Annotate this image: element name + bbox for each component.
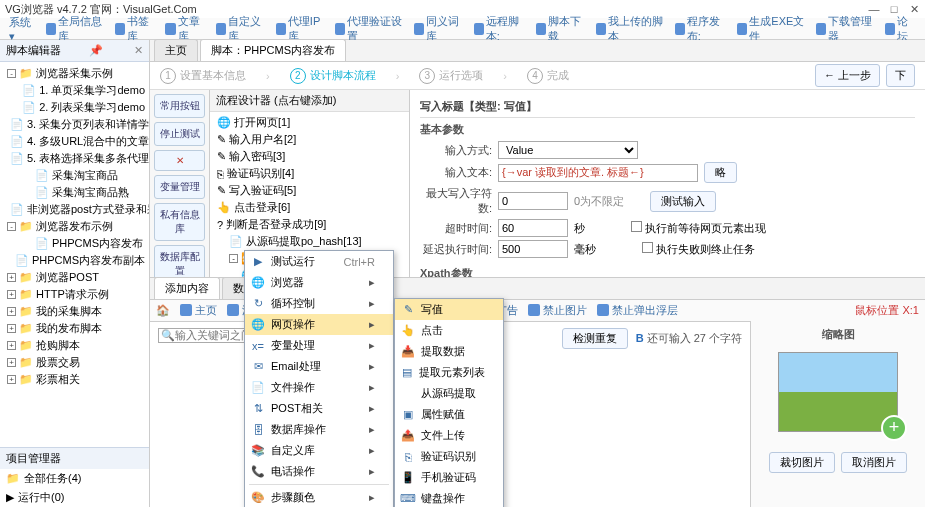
tree-node[interactable]: +📁我的发布脚本 [0,320,149,337]
panel-close-icon[interactable]: ✕ [134,44,143,57]
menu-item-icon: ▣ [401,408,415,422]
tree-node[interactable]: +📁我的采集脚本 [0,303,149,320]
tab-add-content[interactable]: 添加内容 [154,277,220,299]
cancel-image-button[interactable]: 取消图片 [841,452,907,473]
home-icon[interactable]: 🏠 [156,304,170,317]
menu-item[interactable]: 👆点击 [395,320,503,341]
pin-icon[interactable]: 📌 [89,44,103,57]
tree-toggle[interactable]: - [7,222,16,231]
tree-node[interactable]: +📁HTTP请求示例 [0,286,149,303]
tree-node[interactable]: 📄5. 表格选择采集多条代理IP [0,150,149,167]
menu-item[interactable]: 📚自定义库▸ [245,440,393,461]
tree-node[interactable]: 📄采集淘宝商品 [0,167,149,184]
maxlen-field[interactable] [498,192,568,210]
toolbar-item[interactable]: 禁止弹出浮层 [597,303,678,318]
designer-step[interactable]: ✎输入密码[3] [210,148,409,165]
crop-button[interactable]: 裁切图片 [769,452,835,473]
timeout-field[interactable] [498,219,568,237]
tree-label: 非浏览器post方式登录和采集 [27,202,149,217]
designer-step[interactable]: ✎写入验证码[5] [210,182,409,199]
tree-node[interactable]: 📄3. 采集分页列表和详情学习d [0,116,149,133]
add-thumbnail-icon[interactable]: + [881,415,907,441]
designer-step[interactable]: 👆点击登录[6] [210,199,409,216]
pm-item[interactable]: 📁全部任务(4) [0,469,149,488]
side-button[interactable]: ✕ [154,150,205,171]
menu-item[interactable]: ▤提取元素列表 [395,362,503,383]
tab-home[interactable]: 主页 [154,39,198,61]
tree-node[interactable]: 📄采集淘宝商品熟 [0,184,149,201]
menu-item[interactable]: 🌐浏览器▸ [245,272,393,293]
tab-script[interactable]: 脚本：PHPCMS内容发布 [200,39,346,61]
tree-node[interactable]: 📄1. 单页采集学习demo [0,82,149,99]
menu-item[interactable]: ▣属性赋值 [395,404,503,425]
step-1[interactable]: 1设置基本信息 [160,68,246,84]
stop-on-fail-checkbox[interactable] [642,242,653,253]
side-button[interactable]: 停止测试 [154,122,205,146]
test-input-button[interactable]: 测试输入 [650,191,716,212]
input-text-field[interactable] [498,164,698,182]
menu-item[interactable]: ✉Email处理▸ [245,356,393,377]
menu-item[interactable]: 📱手机验证码 [395,467,503,488]
tree-toggle[interactable]: + [7,324,16,333]
tree-toggle[interactable]: + [7,290,16,299]
delay-field[interactable] [498,240,568,258]
tree-node[interactable]: 📄4. 多级URL混合中的文章 [0,133,149,150]
menu-item[interactable]: 📞电话操作▸ [245,461,393,482]
tree-node[interactable]: +📁股票交易 [0,354,149,371]
next-step-button[interactable]: 下 [886,64,915,87]
menu-item[interactable]: x=变量处理▸ [245,335,393,356]
side-button[interactable]: 私有信息库 [154,203,205,241]
menu-item[interactable]: 📥提取数据 [395,341,503,362]
designer-step[interactable]: ✎输入用户名[2] [210,131,409,148]
tree-node[interactable]: +📁浏览器POST [0,269,149,286]
menu-item[interactable]: ✎写值 [395,299,503,320]
tree-node[interactable]: 📄PHPCMS内容发布 [0,235,149,252]
tree-icon: 📁 [19,339,33,352]
step-3[interactable]: 3运行选项 [419,68,483,84]
menu-item[interactable]: 📤文件上传 [395,425,503,446]
toolbar-item[interactable]: 主页 [180,303,217,318]
tree-toggle[interactable]: + [7,307,16,316]
toolbar-item[interactable]: 禁止图片 [528,303,587,318]
designer-step[interactable]: ?判断是否登录成功[9] [210,216,409,233]
tree-toggle[interactable]: + [7,273,16,282]
wait-element-checkbox[interactable] [631,221,642,232]
tree-node[interactable]: -📁浏览器发布示例 [0,218,149,235]
menu-item[interactable]: ⌨键盘操作 [395,488,503,507]
tree-toggle[interactable]: + [7,375,16,384]
menu-item[interactable]: ↻循环控制▸ [245,293,393,314]
prev-step-button[interactable]: ← 上一步 [815,64,880,87]
tree-node[interactable]: 📄PHPCMS内容发布副本 [0,252,149,269]
tree-node[interactable]: +📁彩票相关 [0,371,149,388]
menu-item[interactable]: 📄文件操作▸ [245,377,393,398]
context-submenu-webops[interactable]: ✎写值👆点击📥提取数据▤提取元素列表从源码提取▣属性赋值📤文件上传⎘验证码识别📱… [394,298,504,507]
designer-step[interactable]: ⎘验证码识别[4] [210,165,409,182]
tree-node[interactable]: 📄2. 列表采集学习demo [0,99,149,116]
side-button[interactable]: 变量管理 [154,175,205,199]
tree-node[interactable]: -📁浏览器采集示例 [0,65,149,82]
designer-step[interactable]: 📄从源码提取po_hash[13] [210,233,409,250]
thumbnail-image[interactable]: + [778,352,898,432]
input-text-more-button[interactable]: 略 [704,162,737,183]
tree-toggle[interactable]: - [7,69,16,78]
menu-item[interactable]: ▶测试运行Ctrl+R [245,251,393,272]
detect-duplicate-button[interactable]: 检测重复 [562,328,628,349]
pm-item[interactable]: ▶运行中(0) [0,488,149,507]
step-2[interactable]: 2设计脚本流程 [290,68,376,84]
tree-toggle[interactable]: + [7,358,16,367]
designer-step[interactable]: 🌐打开网页[1] [210,114,409,131]
input-mode-select[interactable]: Value [498,141,638,159]
context-menu-main[interactable]: ▶测试运行Ctrl+R🌐浏览器▸↻循环控制▸🌐网页操作▸x=变量处理▸✉Emai… [244,250,394,507]
step-4[interactable]: 4完成 [527,68,569,84]
tree-toggle[interactable]: + [7,341,16,350]
script-tree[interactable]: -📁浏览器采集示例📄1. 单页采集学习demo📄2. 列表采集学习demo📄3.… [0,62,149,447]
menu-item[interactable]: 从源码提取 [395,383,503,404]
tree-node[interactable]: 📄非浏览器post方式登录和采集 [0,201,149,218]
menu-item[interactable]: 🌐网页操作▸ [245,314,393,335]
menu-item[interactable]: ⇅POST相关▸ [245,398,393,419]
menu-item[interactable]: ⎘验证码识别 [395,446,503,467]
menu-item[interactable]: 🎨步骤颜色▸ [245,487,393,507]
tree-node[interactable]: +📁抢购脚本 [0,337,149,354]
menu-item[interactable]: 🗄数据库操作▸ [245,419,393,440]
side-button[interactable]: 常用按钮 [154,94,205,118]
